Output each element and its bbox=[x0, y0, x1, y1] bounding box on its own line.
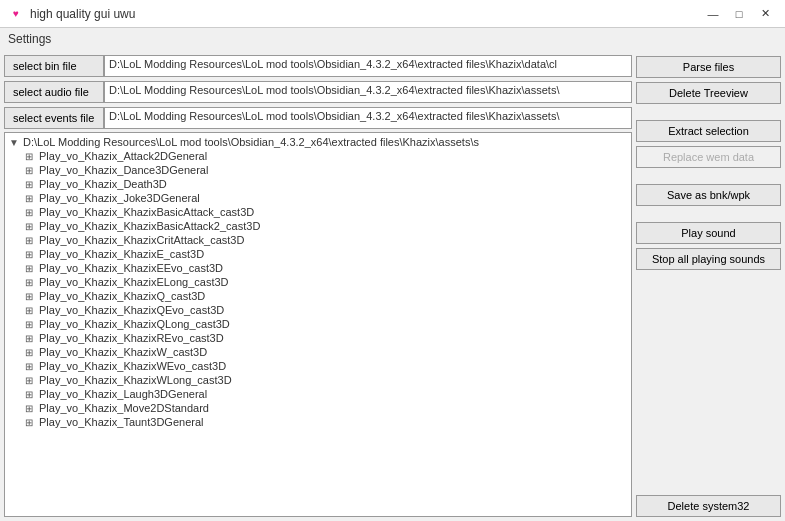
tree-item[interactable]: ⊞Play_vo_Khazix_KhazixWEvo_cast3D bbox=[23, 359, 629, 373]
tree-item[interactable]: ⊞Play_vo_Khazix_KhazixQLong_cast3D bbox=[23, 317, 629, 331]
delete-treeview-button[interactable]: Delete Treeview bbox=[636, 82, 781, 104]
left-panel: select bin file D:\LoL Modding Resources… bbox=[4, 54, 632, 517]
expand-icon: ⊞ bbox=[25, 151, 37, 162]
tree-item[interactable]: ⊞Play_vo_Khazix_Death3D bbox=[23, 177, 629, 191]
delete-system32-button[interactable]: Delete system32 bbox=[636, 495, 781, 517]
tree-item[interactable]: ⊞Play_vo_Khazix_KhazixW_cast3D bbox=[23, 345, 629, 359]
expand-icon: ⊞ bbox=[25, 319, 37, 330]
spacer-bottom bbox=[636, 274, 781, 491]
audio-file-row: select audio file D:\LoL Modding Resourc… bbox=[4, 80, 632, 104]
tree-item[interactable]: ⊞Play_vo_Khazix_Laugh3DGeneral bbox=[23, 387, 629, 401]
expand-icon: ⊞ bbox=[25, 277, 37, 288]
bin-file-path: D:\LoL Modding Resources\LoL mod tools\O… bbox=[104, 55, 632, 77]
expand-icon: ⊞ bbox=[25, 207, 37, 218]
main-content: select bin file D:\LoL Modding Resources… bbox=[0, 50, 785, 521]
expand-icon: ⊞ bbox=[25, 417, 37, 428]
spacer-2 bbox=[636, 172, 781, 180]
tree-children-list: ⊞Play_vo_Khazix_Attack2DGeneral⊞Play_vo_… bbox=[7, 149, 629, 429]
tree-item[interactable]: ⊞Play_vo_Khazix_Dance3DGeneral bbox=[23, 163, 629, 177]
stop-all-playing-sounds-button[interactable]: Stop all playing sounds bbox=[636, 248, 781, 270]
tree-item[interactable]: ⊞Play_vo_Khazix_KhazixREvo_cast3D bbox=[23, 331, 629, 345]
expand-icon: ⊞ bbox=[25, 291, 37, 302]
select-audio-file-button[interactable]: select audio file bbox=[4, 81, 104, 103]
tree-item[interactable]: ⊞Play_vo_Khazix_Attack2DGeneral bbox=[23, 149, 629, 163]
tree-item[interactable]: ⊞Play_vo_Khazix_KhazixEEvo_cast3D bbox=[23, 261, 629, 275]
save-as-bnk-wpk-button[interactable]: Save as bnk/wpk bbox=[636, 184, 781, 206]
events-file-row: select events file D:\LoL Modding Resour… bbox=[4, 106, 632, 130]
expand-icon: ⊞ bbox=[25, 179, 37, 190]
collapse-icon: ▼ bbox=[9, 137, 21, 148]
spacer-3 bbox=[636, 210, 781, 218]
right-panel: Parse files Delete Treeview Extract sele… bbox=[636, 54, 781, 517]
select-bin-file-button[interactable]: select bin file bbox=[4, 55, 104, 77]
settings-label: Settings bbox=[0, 28, 785, 50]
tree-item[interactable]: ⊞Play_vo_Khazix_Move2DStandard bbox=[23, 401, 629, 415]
app-icon: ♥ bbox=[8, 6, 24, 22]
tree-item[interactable]: ⊞Play_vo_Khazix_KhazixWLong_cast3D bbox=[23, 373, 629, 387]
tree-root-list: ▼ D:\LoL Modding Resources\LoL mod tools… bbox=[7, 135, 629, 429]
expand-icon: ⊞ bbox=[25, 165, 37, 176]
maximize-button[interactable]: □ bbox=[727, 4, 751, 24]
parse-files-button[interactable]: Parse files bbox=[636, 56, 781, 78]
tree-item[interactable]: ⊞Play_vo_Khazix_KhazixCritAttack_cast3D bbox=[23, 233, 629, 247]
tree-item[interactable]: ⊞Play_vo_Khazix_KhazixBasicAttack_cast3D bbox=[23, 205, 629, 219]
title-bar: ♥ high quality gui uwu — □ ✕ bbox=[0, 0, 785, 28]
tree-root-label: D:\LoL Modding Resources\LoL mod tools\O… bbox=[23, 136, 479, 148]
play-sound-button[interactable]: Play sound bbox=[636, 222, 781, 244]
bin-file-row: select bin file D:\LoL Modding Resources… bbox=[4, 54, 632, 78]
tree-item[interactable]: ⊞Play_vo_Khazix_KhazixBasicAttack2_cast3… bbox=[23, 219, 629, 233]
tree-item[interactable]: ⊞Play_vo_Khazix_KhazixE_cast3D bbox=[23, 247, 629, 261]
window-controls: — □ ✕ bbox=[701, 4, 777, 24]
tree-item[interactable]: ⊞Play_vo_Khazix_KhazixQEvo_cast3D bbox=[23, 303, 629, 317]
expand-icon: ⊞ bbox=[25, 403, 37, 414]
close-button[interactable]: ✕ bbox=[753, 4, 777, 24]
expand-icon: ⊞ bbox=[25, 263, 37, 274]
expand-icon: ⊞ bbox=[25, 249, 37, 260]
replace-wem-data-button[interactable]: Replace wem data bbox=[636, 146, 781, 168]
expand-icon: ⊞ bbox=[25, 347, 37, 358]
extract-selection-button[interactable]: Extract selection bbox=[636, 120, 781, 142]
expand-icon: ⊞ bbox=[25, 375, 37, 386]
tree-item[interactable]: ⊞Play_vo_Khazix_KhazixELong_cast3D bbox=[23, 275, 629, 289]
expand-icon: ⊞ bbox=[25, 235, 37, 246]
tree-item[interactable]: ⊞Play_vo_Khazix_KhazixQ_cast3D bbox=[23, 289, 629, 303]
audio-file-path: D:\LoL Modding Resources\LoL mod tools\O… bbox=[104, 81, 632, 103]
expand-icon: ⊞ bbox=[25, 221, 37, 232]
tree-view[interactable]: ▼ D:\LoL Modding Resources\LoL mod tools… bbox=[4, 132, 632, 517]
spacer-1 bbox=[636, 108, 781, 116]
expand-icon: ⊞ bbox=[25, 333, 37, 344]
minimize-button[interactable]: — bbox=[701, 4, 725, 24]
select-events-file-button[interactable]: select events file bbox=[4, 107, 104, 129]
tree-item[interactable]: ⊞Play_vo_Khazix_Taunt3DGeneral bbox=[23, 415, 629, 429]
expand-icon: ⊞ bbox=[25, 361, 37, 372]
expand-icon: ⊞ bbox=[25, 305, 37, 316]
tree-item[interactable]: ⊞Play_vo_Khazix_Joke3DGeneral bbox=[23, 191, 629, 205]
expand-icon: ⊞ bbox=[25, 389, 37, 400]
events-file-path: D:\LoL Modding Resources\LoL mod tools\O… bbox=[104, 107, 632, 129]
expand-icon: ⊞ bbox=[25, 193, 37, 204]
window-title: high quality gui uwu bbox=[30, 7, 701, 21]
tree-root-item[interactable]: ▼ D:\LoL Modding Resources\LoL mod tools… bbox=[7, 135, 629, 149]
